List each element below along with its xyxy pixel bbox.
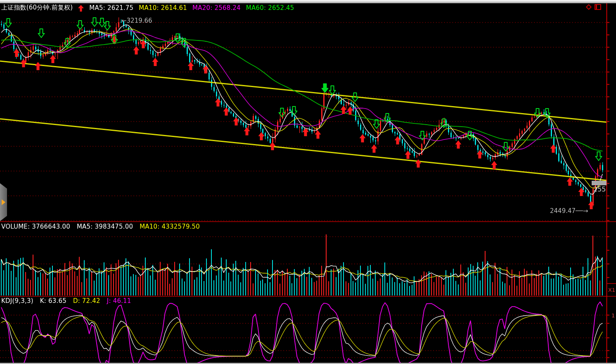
kdj-header: KDJ(9,3,3) K: 63.65 D: 72.42 J: 46.11: [1, 297, 131, 305]
last-price-marker: [592, 181, 607, 185]
ma5-readout: MA5: 2621.75: [89, 4, 133, 12]
volume-ma10-readout: MA10: 4332579.50: [140, 223, 200, 230]
high-price-annotation: ←3219.66: [121, 17, 152, 24]
split-window-icon[interactable]: [595, 4, 601, 10]
up-trend-arrow-icon: [78, 5, 84, 12]
ma60-readout: MA60: 2652.45: [246, 4, 294, 12]
kdj-scale-label: 1: [611, 312, 615, 319]
main-chart-header: 上证指数(60分钟.前复权) MA5: 2621.75 MA10: 2614.6…: [1, 4, 294, 12]
sidebar-expand-handle[interactable]: [0, 183, 7, 221]
last-price-label: 255: [593, 185, 606, 193]
window-top-edge: [0, 0, 616, 3]
trading-app-window: 上证指数(60分钟.前复权) MA5: 2621.75 MA10: 2614.6…: [0, 0, 616, 364]
kdj-k-readout: K: 63.65: [40, 297, 66, 305]
kdj-d-readout: D: 72.42: [73, 297, 100, 305]
expand-arrow-icon: [2, 199, 5, 205]
kdj-title: KDJ(9,3,3): [1, 297, 33, 305]
volume-header: VOLUME: 3766643.00 MA5: 3983475.00 MA10:…: [1, 223, 200, 230]
volume-readout: VOLUME: 3766643.00: [1, 223, 70, 230]
chart-canvas[interactable]: [0, 0, 616, 364]
volume-unit-label: X1: [608, 287, 615, 293]
diamond-icon[interactable]: [586, 4, 592, 10]
volume-ma5-readout: MA5: 3983475.00: [77, 223, 133, 230]
low-price-annotation: 2449.47──→: [550, 207, 588, 215]
kdj-j-readout: J: 46.11: [107, 297, 131, 305]
ma20-readout: MA20: 2568.24: [192, 4, 241, 12]
symbol-title[interactable]: 上证指数(60分钟.前复权): [1, 4, 73, 12]
ma10-readout: MA10: 2614.61: [139, 4, 187, 12]
pane-corner-controls: [587, 4, 601, 10]
